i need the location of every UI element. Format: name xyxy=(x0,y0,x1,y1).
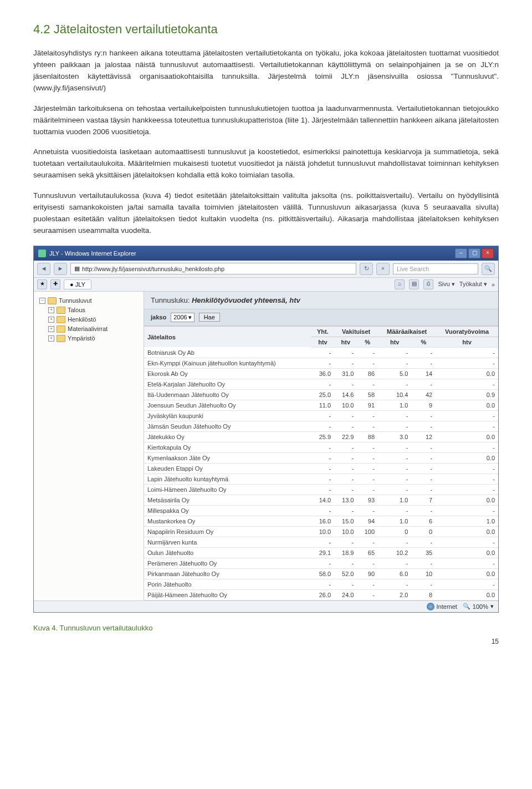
table-cell: 25.0 xyxy=(311,389,334,400)
table-row: Metsäsairila Oy14.013.0931.070.0 xyxy=(144,495,498,505)
chevron-down-icon: ▾ xyxy=(188,314,192,321)
table-cell: - xyxy=(378,505,411,516)
col-yht: Yht. xyxy=(311,326,334,337)
address-bar[interactable]: ▦ http://www.jly.fi/jasensivut/tunnusluk… xyxy=(70,263,356,274)
back-button[interactable]: ◄ xyxy=(37,263,50,275)
table-cell: Mustankorkea Oy xyxy=(144,516,311,526)
table-cell: - xyxy=(436,379,498,389)
expand-icon[interactable]: + xyxy=(48,307,54,313)
section-heading: 4.2 Jätelaitosten vertailutietokanta xyxy=(33,22,499,37)
add-favorite-icon[interactable]: ✚ xyxy=(50,279,60,289)
table-cell: 10.0 xyxy=(334,526,357,537)
table-row: Ekn-Kymppi (Kainuun jätehuollon kuntayht… xyxy=(144,358,498,368)
table-cell: 0.0 xyxy=(436,568,498,579)
hae-button[interactable]: Hae xyxy=(199,313,220,322)
table-cell: - xyxy=(411,537,436,547)
chevron-icon[interactable]: » xyxy=(492,281,495,288)
table-cell: 31.0 xyxy=(334,368,357,379)
table-cell: 86 xyxy=(357,368,378,379)
table-row: Lapin Jätehuolto kuntayhtymä------ xyxy=(144,474,498,484)
tree-item-talous[interactable]: + Talous xyxy=(36,306,141,315)
table-row: Mustankorkea Oy16.015.0941.061.0 xyxy=(144,516,498,526)
table-row: Itä-Uudenmaan Jätehuolto Oy25.014.65810.… xyxy=(144,389,498,400)
refresh-button[interactable]: ↻ xyxy=(360,263,373,275)
table-cell: Botniarusk Oy Ab xyxy=(144,347,311,358)
table-cell: 14 xyxy=(411,368,436,379)
tree-item-materiaalivirrat[interactable]: + Materiaalivirrat xyxy=(36,324,141,334)
table-cell: Metsäsairila Oy xyxy=(144,495,311,505)
table-cell: Ekn-Kymppi (Kainuun jätehuollon kuntayht… xyxy=(144,358,311,368)
table-cell: - xyxy=(311,463,334,474)
collapse-icon[interactable]: − xyxy=(39,298,45,304)
tree-item-label: Talous xyxy=(68,307,85,313)
table-cell: - xyxy=(311,421,334,431)
page-icon: ▦ xyxy=(74,265,80,272)
table-cell: 100 xyxy=(357,526,378,537)
table-cell: - xyxy=(357,421,378,431)
tools-menu[interactable]: Työkalut ▾ xyxy=(459,281,487,288)
table-cell: - xyxy=(357,484,378,495)
home-icon[interactable]: ⌂ xyxy=(395,279,405,289)
table-row: Jätekukko Oy25.922.9883.0120.0 xyxy=(144,431,498,442)
table-cell: - xyxy=(378,410,411,421)
expand-icon[interactable]: + xyxy=(48,317,54,323)
table-cell: - xyxy=(378,442,411,452)
main-panel: Tunnusluku: Henkilötyövuodet yhteensä, h… xyxy=(144,292,498,600)
table-cell: - xyxy=(411,421,436,431)
tab-label: JLY xyxy=(75,281,85,288)
col-sub: htv xyxy=(311,337,334,347)
table-cell: 0 xyxy=(378,526,411,537)
zoom-chevron-icon[interactable]: ▾ xyxy=(490,603,494,610)
table-cell: Lapin Jätehuolto kuntayhtymä xyxy=(144,474,311,484)
table-cell: - xyxy=(436,505,498,516)
table-cell: - xyxy=(436,579,498,589)
page-menu[interactable]: Sivu ▾ xyxy=(438,281,454,288)
table-cell: Joensuun Seudun Jätehuolto Oy xyxy=(144,400,311,410)
forward-button[interactable]: ► xyxy=(54,263,67,275)
col-jatelaitos: Jätelaitos xyxy=(144,326,311,347)
search-box[interactable]: Live Search xyxy=(393,263,478,274)
table-row: Ekorosk Ab Oy36.031.0865.0140.0 xyxy=(144,368,498,379)
table-cell: - xyxy=(311,558,334,568)
table-cell: 0.0 xyxy=(436,547,498,558)
table-row: Päijät-Hämeen Jätehuolto Oy26.024.0-2.08… xyxy=(144,589,498,600)
table-cell: 10.4 xyxy=(378,389,411,400)
close-button[interactable]: × xyxy=(482,248,494,258)
expand-icon[interactable]: + xyxy=(48,335,54,342)
expand-icon[interactable]: + xyxy=(48,326,54,332)
table-cell: - xyxy=(411,442,436,452)
table-cell: - xyxy=(411,347,436,358)
favorites-icon[interactable]: ★ xyxy=(37,279,47,289)
table-cell: Millespakka Oy xyxy=(144,505,311,516)
tree-root-label: Tunnusluvut xyxy=(59,297,92,304)
table-cell: 18.9 xyxy=(334,547,357,558)
table-cell: - xyxy=(334,579,357,589)
zoom-icon[interactable]: 🔍 xyxy=(463,603,470,610)
table-cell: 35 xyxy=(411,547,436,558)
table-cell: - xyxy=(311,537,334,547)
minimize-button[interactable]: – xyxy=(455,248,467,258)
folder-icon xyxy=(57,325,65,333)
table-cell: - xyxy=(436,442,498,452)
table-cell: Lakeuden Etappi Oy xyxy=(144,463,311,474)
year-select[interactable]: 2006 ▾ xyxy=(171,313,194,322)
ie-icon xyxy=(38,250,46,257)
table-cell: - xyxy=(411,474,436,484)
stop-button[interactable]: × xyxy=(376,263,390,275)
print-icon[interactable]: ⎙ xyxy=(423,279,433,289)
table-cell: 15.0 xyxy=(334,516,357,526)
table-cell: - xyxy=(311,505,334,516)
table-row: Joensuun Seudun Jätehuolto Oy11.010.0911… xyxy=(144,400,498,410)
tree-root[interactable]: − Tunnusluvut xyxy=(36,296,141,306)
table-cell: - xyxy=(311,484,334,495)
feed-icon[interactable]: ▤ xyxy=(409,279,419,289)
maximize-button[interactable]: ▢ xyxy=(468,248,480,258)
tree-item-ymparisto[interactable]: + Ympäristö xyxy=(36,334,141,343)
filter-label: jakso xyxy=(151,314,166,320)
table-cell: 0.0 xyxy=(436,431,498,442)
browser-tab[interactable]: ● JLY xyxy=(64,279,91,289)
tree-item-henkilosto[interactable]: + Henkilöstö xyxy=(36,315,141,324)
col-maaraaikaiset: Määräaikaiset xyxy=(378,326,436,337)
table-cell: 10.0 xyxy=(311,526,334,537)
search-button[interactable]: 🔍 xyxy=(482,263,495,275)
